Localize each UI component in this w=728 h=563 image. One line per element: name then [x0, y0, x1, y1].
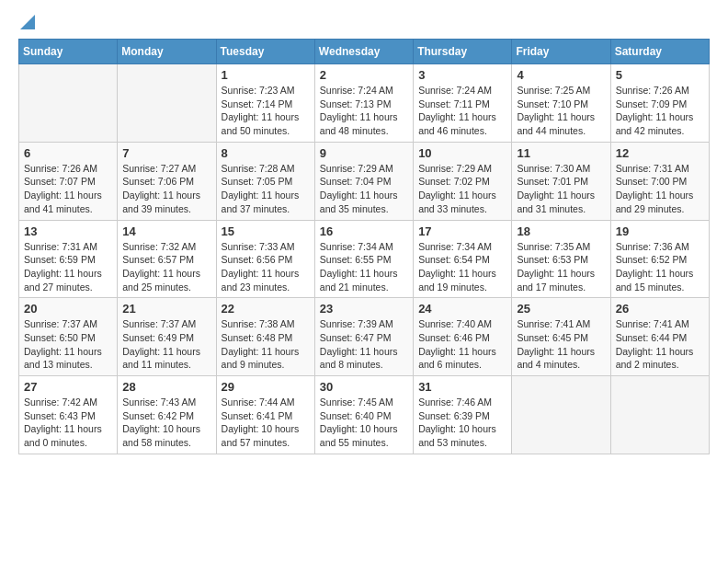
calendar-cell: 15Sunrise: 7:33 AMSunset: 6:56 PMDayligh…: [216, 220, 314, 298]
day-info: Sunrise: 7:31 AMSunset: 6:59 PMDaylight:…: [24, 240, 112, 294]
day-info: Sunrise: 7:34 AMSunset: 6:54 PMDaylight:…: [418, 240, 506, 294]
day-number: 14: [122, 224, 210, 238]
calendar-week-5: 27Sunrise: 7:42 AMSunset: 6:43 PMDayligh…: [19, 376, 710, 454]
calendar: SundayMondayTuesdayWednesdayThursdayFrid…: [18, 39, 710, 454]
day-number: 17: [418, 224, 506, 238]
day-number: 7: [122, 146, 210, 160]
calendar-cell: [610, 376, 709, 454]
calendar-cell: 27Sunrise: 7:42 AMSunset: 6:43 PMDayligh…: [19, 376, 118, 454]
day-info: Sunrise: 7:25 AMSunset: 7:10 PMDaylight:…: [517, 84, 605, 138]
day-number: 28: [122, 380, 210, 394]
calendar-cell: 16Sunrise: 7:34 AMSunset: 6:55 PMDayligh…: [314, 220, 413, 298]
day-number: 24: [418, 302, 506, 316]
day-info: Sunrise: 7:35 AMSunset: 6:53 PMDaylight:…: [517, 240, 605, 294]
calendar-cell: 7Sunrise: 7:27 AMSunset: 7:06 PMDaylight…: [118, 142, 216, 220]
calendar-cell: 23Sunrise: 7:39 AMSunset: 6:47 PMDayligh…: [314, 298, 413, 376]
day-number: 18: [517, 224, 605, 238]
day-number: 3: [418, 68, 506, 82]
day-info: Sunrise: 7:36 AMSunset: 6:52 PMDaylight:…: [616, 240, 704, 294]
calendar-cell: 13Sunrise: 7:31 AMSunset: 6:59 PMDayligh…: [19, 220, 118, 298]
page: SundayMondayTuesdayWednesdayThursdayFrid…: [0, 0, 728, 469]
day-info: Sunrise: 7:43 AMSunset: 6:42 PMDaylight:…: [122, 396, 210, 450]
day-number: 16: [320, 224, 408, 238]
calendar-header-monday: Monday: [118, 40, 216, 64]
day-number: 1: [222, 68, 310, 82]
calendar-cell: 31Sunrise: 7:46 AMSunset: 6:39 PMDayligh…: [414, 376, 512, 454]
calendar-cell: 25Sunrise: 7:41 AMSunset: 6:45 PMDayligh…: [512, 298, 610, 376]
day-number: 27: [24, 380, 112, 394]
calendar-cell: 18Sunrise: 7:35 AMSunset: 6:53 PMDayligh…: [512, 220, 610, 298]
calendar-cell: 26Sunrise: 7:41 AMSunset: 6:44 PMDayligh…: [610, 298, 709, 376]
calendar-cell: 19Sunrise: 7:36 AMSunset: 6:52 PMDayligh…: [610, 220, 709, 298]
calendar-header-row: SundayMondayTuesdayWednesdayThursdayFrid…: [19, 40, 710, 64]
day-number: 4: [517, 68, 605, 82]
day-info: Sunrise: 7:45 AMSunset: 6:40 PMDaylight:…: [320, 396, 408, 450]
calendar-cell: 3Sunrise: 7:24 AMSunset: 7:11 PMDaylight…: [414, 64, 512, 143]
calendar-cell: 29Sunrise: 7:44 AMSunset: 6:41 PMDayligh…: [216, 376, 314, 454]
logo-icon: [20, 15, 35, 29]
day-number: 26: [616, 302, 704, 316]
day-number: 25: [517, 302, 605, 316]
day-info: Sunrise: 7:24 AMSunset: 7:13 PMDaylight:…: [320, 84, 408, 138]
calendar-header-tuesday: Tuesday: [216, 40, 314, 64]
calendar-cell: 8Sunrise: 7:28 AMSunset: 7:05 PMDaylight…: [216, 142, 314, 220]
day-info: Sunrise: 7:42 AMSunset: 6:43 PMDaylight:…: [24, 396, 112, 450]
calendar-header-friday: Friday: [512, 40, 610, 64]
day-info: Sunrise: 7:37 AMSunset: 6:49 PMDaylight:…: [122, 317, 210, 372]
day-number: 21: [122, 302, 210, 316]
day-info: Sunrise: 7:32 AMSunset: 6:57 PMDaylight:…: [122, 240, 210, 294]
day-info: Sunrise: 7:39 AMSunset: 6:47 PMDaylight:…: [320, 317, 408, 372]
day-info: Sunrise: 7:30 AMSunset: 7:01 PMDaylight:…: [517, 162, 605, 216]
day-info: Sunrise: 7:31 AMSunset: 7:00 PMDaylight:…: [616, 162, 704, 216]
calendar-cell: 24Sunrise: 7:40 AMSunset: 6:46 PMDayligh…: [414, 298, 512, 376]
calendar-cell: [512, 376, 610, 454]
day-info: Sunrise: 7:23 AMSunset: 7:14 PMDaylight:…: [222, 84, 310, 138]
day-info: Sunrise: 7:24 AMSunset: 7:11 PMDaylight:…: [418, 84, 506, 138]
day-info: Sunrise: 7:26 AMSunset: 7:07 PMDaylight:…: [24, 162, 112, 216]
calendar-cell: 2Sunrise: 7:24 AMSunset: 7:13 PMDaylight…: [314, 64, 413, 143]
day-number: 8: [222, 146, 310, 160]
calendar-cell: [19, 64, 118, 143]
calendar-cell: 30Sunrise: 7:45 AMSunset: 6:40 PMDayligh…: [314, 376, 413, 454]
calendar-week-3: 13Sunrise: 7:31 AMSunset: 6:59 PMDayligh…: [19, 220, 710, 298]
calendar-header-saturday: Saturday: [610, 40, 709, 64]
day-number: 23: [320, 302, 408, 316]
calendar-cell: 28Sunrise: 7:43 AMSunset: 6:42 PMDayligh…: [118, 376, 216, 454]
calendar-cell: 10Sunrise: 7:29 AMSunset: 7:02 PMDayligh…: [414, 142, 512, 220]
day-info: Sunrise: 7:28 AMSunset: 7:05 PMDaylight:…: [222, 162, 310, 216]
calendar-cell: 20Sunrise: 7:37 AMSunset: 6:50 PMDayligh…: [19, 298, 118, 376]
calendar-cell: 9Sunrise: 7:29 AMSunset: 7:04 PMDaylight…: [314, 142, 413, 220]
day-info: Sunrise: 7:38 AMSunset: 6:48 PMDaylight:…: [222, 317, 310, 372]
day-info: Sunrise: 7:26 AMSunset: 7:09 PMDaylight:…: [616, 84, 704, 138]
calendar-cell: 6Sunrise: 7:26 AMSunset: 7:07 PMDaylight…: [19, 142, 118, 220]
day-info: Sunrise: 7:44 AMSunset: 6:41 PMDaylight:…: [222, 396, 310, 450]
day-number: 20: [24, 302, 112, 316]
day-number: 19: [616, 224, 704, 238]
day-info: Sunrise: 7:41 AMSunset: 6:45 PMDaylight:…: [517, 317, 605, 372]
calendar-cell: 22Sunrise: 7:38 AMSunset: 6:48 PMDayligh…: [216, 298, 314, 376]
day-info: Sunrise: 7:29 AMSunset: 7:04 PMDaylight:…: [320, 162, 408, 216]
day-info: Sunrise: 7:33 AMSunset: 6:56 PMDaylight:…: [222, 240, 310, 294]
day-number: 30: [320, 380, 408, 394]
calendar-cell: 5Sunrise: 7:26 AMSunset: 7:09 PMDaylight…: [610, 64, 709, 143]
day-info: Sunrise: 7:46 AMSunset: 6:39 PMDaylight:…: [418, 396, 506, 450]
day-number: 31: [418, 380, 506, 394]
day-number: 12: [616, 146, 704, 160]
day-number: 11: [517, 146, 605, 160]
day-number: 2: [320, 68, 408, 82]
day-number: 15: [222, 224, 310, 238]
calendar-cell: 12Sunrise: 7:31 AMSunset: 7:00 PMDayligh…: [610, 142, 709, 220]
calendar-cell: 14Sunrise: 7:32 AMSunset: 6:57 PMDayligh…: [118, 220, 216, 298]
calendar-cell: [118, 64, 216, 143]
calendar-cell: 1Sunrise: 7:23 AMSunset: 7:14 PMDaylight…: [216, 64, 314, 143]
logo: [18, 15, 35, 29]
day-info: Sunrise: 7:27 AMSunset: 7:06 PMDaylight:…: [122, 162, 210, 216]
day-number: 22: [222, 302, 310, 316]
day-number: 6: [24, 146, 112, 160]
day-number: 9: [320, 146, 408, 160]
calendar-cell: 11Sunrise: 7:30 AMSunset: 7:01 PMDayligh…: [512, 142, 610, 220]
calendar-header-sunday: Sunday: [19, 40, 118, 64]
svg-marker-0: [20, 15, 35, 29]
day-info: Sunrise: 7:34 AMSunset: 6:55 PMDaylight:…: [320, 240, 408, 294]
day-number: 29: [222, 380, 310, 394]
